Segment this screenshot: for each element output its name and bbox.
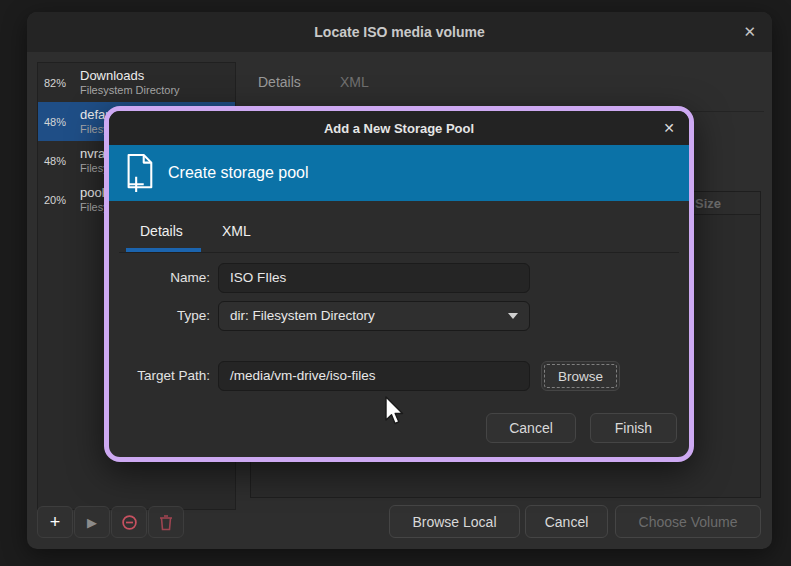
play-icon: ▶ xyxy=(87,516,97,529)
stop-circle-icon xyxy=(121,514,138,531)
dialog-close-icon[interactable]: ✕ xyxy=(663,111,675,145)
start-pool-button[interactable]: ▶ xyxy=(74,506,110,538)
browse-local-button[interactable]: Browse Local xyxy=(389,505,520,538)
target-path-label: Target Path: xyxy=(109,361,210,391)
cancel-button-window[interactable]: Cancel xyxy=(525,505,608,538)
browse-button[interactable]: Browse xyxy=(541,361,620,391)
tab-xml-background[interactable]: XML xyxy=(340,74,369,90)
type-dropdown[interactable]: dir: Filesystem Directory xyxy=(218,301,530,331)
dialog-titlebar: Add a New Storage Pool ✕ xyxy=(109,111,689,145)
window-title: Locate ISO media volume xyxy=(314,24,484,40)
cancel-button-dialog[interactable]: Cancel xyxy=(486,413,576,443)
window-close-icon[interactable]: ✕ xyxy=(743,12,756,52)
mouse-cursor xyxy=(383,396,407,428)
chevron-down-icon xyxy=(508,313,518,319)
new-document-plus-icon xyxy=(122,152,156,194)
background-tabstrip: Details XML xyxy=(243,62,764,112)
name-label: Name: xyxy=(109,263,210,293)
type-label: Type: xyxy=(109,301,210,331)
tab-xml-dialog[interactable]: XML xyxy=(222,223,251,239)
pool-row-downloads[interactable]: 82% Downloads Filesystem Directory xyxy=(38,63,235,102)
trash-icon xyxy=(158,514,174,531)
pool-usage-percent: 20% xyxy=(44,194,74,206)
desktop: Locate ISO media volume ✕ 82% Downloads … xyxy=(0,0,791,566)
add-pool-button[interactable]: + xyxy=(37,506,73,538)
plus-icon: + xyxy=(50,513,61,531)
target-path-input[interactable]: /media/vm-drive/iso-files xyxy=(218,361,530,391)
window-titlebar: Locate ISO media volume ✕ xyxy=(27,12,772,52)
banner-text: Create storage pool xyxy=(168,164,309,182)
pool-usage-percent: 48% xyxy=(44,155,74,167)
active-tab-underline xyxy=(126,248,201,252)
tab-details-dialog[interactable]: Details xyxy=(140,223,183,239)
stop-pool-button[interactable] xyxy=(111,506,147,538)
type-dropdown-value: dir: Filesystem Directory xyxy=(230,302,375,330)
finish-button[interactable]: Finish xyxy=(590,413,677,443)
name-input[interactable]: ISO FIles xyxy=(218,263,530,293)
dialog-tabstrip: Details XML xyxy=(119,201,679,253)
tab-details-background[interactable]: Details xyxy=(258,74,301,90)
choose-volume-button[interactable]: Choose Volume xyxy=(615,505,761,538)
pool-type: Filesystem Directory xyxy=(80,84,180,97)
dialog-title: Add a New Storage Pool xyxy=(324,121,474,136)
delete-pool-button[interactable] xyxy=(148,506,184,538)
pool-usage-percent: 48% xyxy=(44,116,74,128)
pool-usage-percent: 82% xyxy=(44,77,74,89)
dialog-banner: Create storage pool xyxy=(109,145,689,201)
pool-toolbar: + ▶ xyxy=(37,506,184,538)
pool-name: Downloads xyxy=(80,68,180,84)
